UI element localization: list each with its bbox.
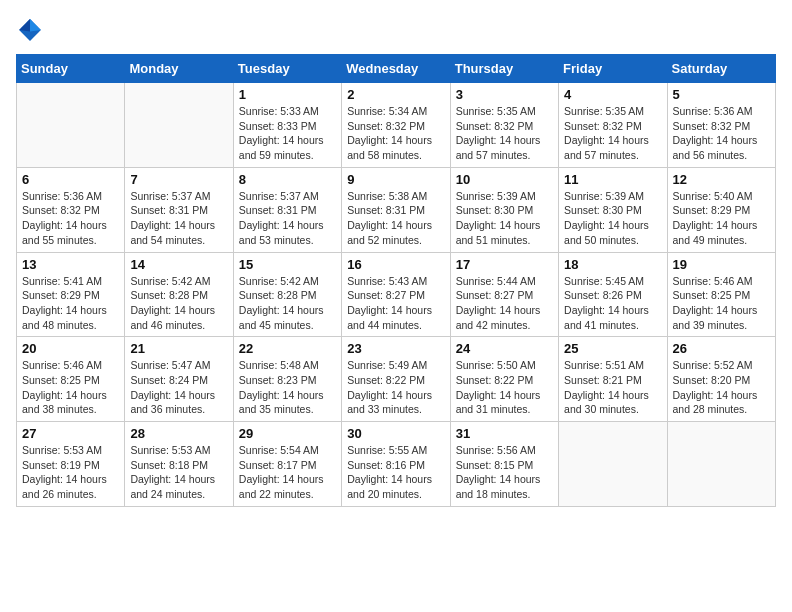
- day-number: 7: [130, 172, 227, 187]
- logo-icon: [16, 16, 44, 44]
- calendar-cell: [17, 83, 125, 168]
- calendar-cell: 12Sunrise: 5:40 AMSunset: 8:29 PMDayligh…: [667, 167, 775, 252]
- day-number: 15: [239, 257, 336, 272]
- day-number: 24: [456, 341, 553, 356]
- day-info: Sunrise: 5:56 AMSunset: 8:15 PMDaylight:…: [456, 443, 553, 502]
- calendar-cell: 23Sunrise: 5:49 AMSunset: 8:22 PMDayligh…: [342, 337, 450, 422]
- calendar-cell: 19Sunrise: 5:46 AMSunset: 8:25 PMDayligh…: [667, 252, 775, 337]
- calendar-cell: 25Sunrise: 5:51 AMSunset: 8:21 PMDayligh…: [559, 337, 667, 422]
- day-info: Sunrise: 5:50 AMSunset: 8:22 PMDaylight:…: [456, 358, 553, 417]
- calendar-cell: 31Sunrise: 5:56 AMSunset: 8:15 PMDayligh…: [450, 422, 558, 507]
- day-number: 21: [130, 341, 227, 356]
- day-info: Sunrise: 5:36 AMSunset: 8:32 PMDaylight:…: [673, 104, 770, 163]
- day-info: Sunrise: 5:46 AMSunset: 8:25 PMDaylight:…: [673, 274, 770, 333]
- day-number: 20: [22, 341, 119, 356]
- day-info: Sunrise: 5:39 AMSunset: 8:30 PMDaylight:…: [564, 189, 661, 248]
- day-info: Sunrise: 5:42 AMSunset: 8:28 PMDaylight:…: [130, 274, 227, 333]
- calendar-cell: 18Sunrise: 5:45 AMSunset: 8:26 PMDayligh…: [559, 252, 667, 337]
- day-number: 9: [347, 172, 444, 187]
- day-info: Sunrise: 5:43 AMSunset: 8:27 PMDaylight:…: [347, 274, 444, 333]
- day-number: 13: [22, 257, 119, 272]
- day-info: Sunrise: 5:48 AMSunset: 8:23 PMDaylight:…: [239, 358, 336, 417]
- day-info: Sunrise: 5:46 AMSunset: 8:25 PMDaylight:…: [22, 358, 119, 417]
- calendar-cell: 10Sunrise: 5:39 AMSunset: 8:30 PMDayligh…: [450, 167, 558, 252]
- day-info: Sunrise: 5:35 AMSunset: 8:32 PMDaylight:…: [456, 104, 553, 163]
- calendar-cell: 3Sunrise: 5:35 AMSunset: 8:32 PMDaylight…: [450, 83, 558, 168]
- calendar-cell: 9Sunrise: 5:38 AMSunset: 8:31 PMDaylight…: [342, 167, 450, 252]
- day-number: 19: [673, 257, 770, 272]
- day-number: 6: [22, 172, 119, 187]
- day-number: 14: [130, 257, 227, 272]
- day-info: Sunrise: 5:55 AMSunset: 8:16 PMDaylight:…: [347, 443, 444, 502]
- day-number: 3: [456, 87, 553, 102]
- day-info: Sunrise: 5:34 AMSunset: 8:32 PMDaylight:…: [347, 104, 444, 163]
- calendar-cell: 15Sunrise: 5:42 AMSunset: 8:28 PMDayligh…: [233, 252, 341, 337]
- day-info: Sunrise: 5:40 AMSunset: 8:29 PMDaylight:…: [673, 189, 770, 248]
- day-info: Sunrise: 5:37 AMSunset: 8:31 PMDaylight:…: [130, 189, 227, 248]
- calendar-cell: 29Sunrise: 5:54 AMSunset: 8:17 PMDayligh…: [233, 422, 341, 507]
- day-info: Sunrise: 5:37 AMSunset: 8:31 PMDaylight:…: [239, 189, 336, 248]
- weekday-header-friday: Friday: [559, 55, 667, 83]
- day-info: Sunrise: 5:42 AMSunset: 8:28 PMDaylight:…: [239, 274, 336, 333]
- day-number: 11: [564, 172, 661, 187]
- day-number: 30: [347, 426, 444, 441]
- day-info: Sunrise: 5:35 AMSunset: 8:32 PMDaylight:…: [564, 104, 661, 163]
- day-number: 26: [673, 341, 770, 356]
- calendar-cell: 28Sunrise: 5:53 AMSunset: 8:18 PMDayligh…: [125, 422, 233, 507]
- calendar-cell: 7Sunrise: 5:37 AMSunset: 8:31 PMDaylight…: [125, 167, 233, 252]
- day-number: 4: [564, 87, 661, 102]
- day-number: 27: [22, 426, 119, 441]
- day-info: Sunrise: 5:54 AMSunset: 8:17 PMDaylight:…: [239, 443, 336, 502]
- weekday-header-thursday: Thursday: [450, 55, 558, 83]
- page-header: [16, 16, 776, 44]
- weekday-header-monday: Monday: [125, 55, 233, 83]
- weekday-header-saturday: Saturday: [667, 55, 775, 83]
- day-number: 10: [456, 172, 553, 187]
- day-number: 8: [239, 172, 336, 187]
- day-info: Sunrise: 5:44 AMSunset: 8:27 PMDaylight:…: [456, 274, 553, 333]
- day-info: Sunrise: 5:49 AMSunset: 8:22 PMDaylight:…: [347, 358, 444, 417]
- day-info: Sunrise: 5:39 AMSunset: 8:30 PMDaylight:…: [456, 189, 553, 248]
- logo: [16, 16, 48, 44]
- calendar-cell: 6Sunrise: 5:36 AMSunset: 8:32 PMDaylight…: [17, 167, 125, 252]
- day-number: 5: [673, 87, 770, 102]
- calendar-cell: 5Sunrise: 5:36 AMSunset: 8:32 PMDaylight…: [667, 83, 775, 168]
- calendar-cell: 17Sunrise: 5:44 AMSunset: 8:27 PMDayligh…: [450, 252, 558, 337]
- calendar-cell: [667, 422, 775, 507]
- day-number: 17: [456, 257, 553, 272]
- calendar-cell: 2Sunrise: 5:34 AMSunset: 8:32 PMDaylight…: [342, 83, 450, 168]
- day-info: Sunrise: 5:52 AMSunset: 8:20 PMDaylight:…: [673, 358, 770, 417]
- day-info: Sunrise: 5:36 AMSunset: 8:32 PMDaylight:…: [22, 189, 119, 248]
- day-number: 28: [130, 426, 227, 441]
- day-info: Sunrise: 5:51 AMSunset: 8:21 PMDaylight:…: [564, 358, 661, 417]
- calendar-cell: 22Sunrise: 5:48 AMSunset: 8:23 PMDayligh…: [233, 337, 341, 422]
- calendar-cell: 14Sunrise: 5:42 AMSunset: 8:28 PMDayligh…: [125, 252, 233, 337]
- calendar-cell: 26Sunrise: 5:52 AMSunset: 8:20 PMDayligh…: [667, 337, 775, 422]
- calendar-cell: 20Sunrise: 5:46 AMSunset: 8:25 PMDayligh…: [17, 337, 125, 422]
- day-number: 31: [456, 426, 553, 441]
- calendar-cell: 1Sunrise: 5:33 AMSunset: 8:33 PMDaylight…: [233, 83, 341, 168]
- day-number: 16: [347, 257, 444, 272]
- day-number: 22: [239, 341, 336, 356]
- day-number: 1: [239, 87, 336, 102]
- day-number: 2: [347, 87, 444, 102]
- day-info: Sunrise: 5:38 AMSunset: 8:31 PMDaylight:…: [347, 189, 444, 248]
- calendar-cell: 16Sunrise: 5:43 AMSunset: 8:27 PMDayligh…: [342, 252, 450, 337]
- day-number: 18: [564, 257, 661, 272]
- weekday-header-sunday: Sunday: [17, 55, 125, 83]
- day-number: 23: [347, 341, 444, 356]
- calendar-cell: 21Sunrise: 5:47 AMSunset: 8:24 PMDayligh…: [125, 337, 233, 422]
- day-info: Sunrise: 5:41 AMSunset: 8:29 PMDaylight:…: [22, 274, 119, 333]
- svg-marker-1: [30, 19, 41, 31]
- weekday-header-wednesday: Wednesday: [342, 55, 450, 83]
- calendar-cell: 24Sunrise: 5:50 AMSunset: 8:22 PMDayligh…: [450, 337, 558, 422]
- svg-marker-2: [19, 19, 30, 31]
- calendar-cell: [559, 422, 667, 507]
- calendar-cell: 11Sunrise: 5:39 AMSunset: 8:30 PMDayligh…: [559, 167, 667, 252]
- day-info: Sunrise: 5:53 AMSunset: 8:18 PMDaylight:…: [130, 443, 227, 502]
- day-info: Sunrise: 5:45 AMSunset: 8:26 PMDaylight:…: [564, 274, 661, 333]
- calendar-cell: 4Sunrise: 5:35 AMSunset: 8:32 PMDaylight…: [559, 83, 667, 168]
- calendar-cell: 8Sunrise: 5:37 AMSunset: 8:31 PMDaylight…: [233, 167, 341, 252]
- day-number: 25: [564, 341, 661, 356]
- day-info: Sunrise: 5:47 AMSunset: 8:24 PMDaylight:…: [130, 358, 227, 417]
